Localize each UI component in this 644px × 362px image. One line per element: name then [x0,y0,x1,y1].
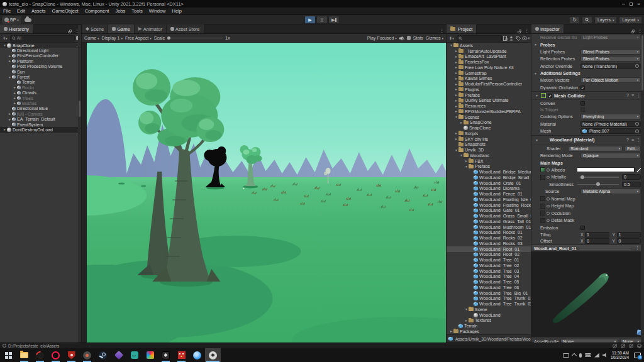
chevron-right-icon[interactable]: ► [454,77,458,80]
inspector-additional-settings[interactable]: ▼Additional Settings [531,70,644,77]
hidden-packages-toggle[interactable]: 4 [522,36,530,40]
network-icon[interactable] [594,353,599,358]
lock-icon[interactable] [518,31,521,33]
project-item-rpgmonsterbuddiespbrpa[interactable]: ►RPGMonsterBuddiesPBRPA [447,109,531,114]
project-item-woodland-tree-04[interactable]: WoodLand_Tree_04 [447,274,531,280]
project-item-woodland-floating-isle-01[interactable]: WoodLand_Floating_Isle_01 [447,197,531,202]
inspector-light-probes-dropdown[interactable]: Blend Probes▾ [580,49,641,55]
hierarchy-search-input[interactable]: All [10,35,75,41]
inspector-receive-global-illu-dropdown[interactable]: Light Probes▾ [580,35,641,40]
inspector-offset-y-field[interactable]: 0 [617,238,641,244]
pause-button[interactable] [316,16,328,24]
project-item-woodland-tree-trunk-01[interactable]: WoodLand_Tree_Trunk_01 [447,296,531,302]
kebab-menu-icon[interactable]: ⋮ [636,28,644,33]
project-item-woodland-tree-trunk-02[interactable]: WoodLand_Tree_Trunk_02 [447,301,531,307]
project-item-scripts[interactable]: ►Scripts [447,131,531,136]
chevron-down-icon[interactable]: ▼ [464,165,469,168]
project-search-input[interactable] [457,35,502,41]
taskbar-teal-app[interactable] [126,348,142,362]
taskbar-blue-app[interactable] [189,348,205,362]
chevron-right-icon[interactable]: ► [454,93,458,97]
object-picker-icon[interactable] [635,122,639,126]
menu-gameobject[interactable]: GameObject [49,8,82,14]
project-item-woodland[interactable]: ▼Woodland [447,153,531,158]
inspector-tiling-x-field[interactable]: 1 [585,232,609,238]
chevron-down-icon[interactable]: ▼ [464,307,469,311]
tab-project[interactable]: Project [447,25,477,33]
inspector-metallic-value-field[interactable]: 0 [622,174,641,180]
hierarchy-item-forest[interactable]: ▼Forest [0,74,81,79]
maximize-icon[interactable] [630,3,633,6]
project-item-woodland-tree-03[interactable]: WoodLand_Tree_03 [447,268,531,274]
chevron-right-icon[interactable]: ► [8,118,12,121]
menu-jobs[interactable]: Jobs [112,8,128,14]
project-item-woodland-mushroom-01[interactable]: WoodLand_Mushroom_01 [447,224,531,230]
project-item-woodland-bridge-small-01[interactable]: WoodLand_Bridge_Small_01 [447,175,531,180]
checkbox[interactable]: ✓ [580,85,585,90]
tag-icon[interactable] [516,36,521,41]
preset-icon[interactable]: ≡ [631,138,634,143]
project-item-woodland-floating-rocks-0[interactable]: WoodLand_Floating_Rocks_0 [447,202,531,208]
chevron-right-icon[interactable]: ► [454,104,458,108]
chevron-down-icon[interactable]: ▼ [459,153,464,157]
inspector-cooking-options-dropdown[interactable]: Everything▾ [580,114,641,119]
inspector-material-object-field[interactable]: None (Physic Material) [580,121,641,127]
chevron-right-icon[interactable]: ► [454,60,458,64]
chevron-right-icon[interactable]: ► [449,329,453,333]
hierarchy-item-firstpersoncontroller[interactable]: ►FirstPersonController [0,53,81,58]
inspector-motion-vectors-dropdown[interactable]: Per Object Motion▾ [580,77,641,83]
texture-slot[interactable] [540,196,545,201]
mute-audio-icon[interactable] [399,36,404,41]
chevron-right-icon[interactable]: ► [13,96,17,100]
chevron-down-icon[interactable]: ▼ [3,43,7,47]
chevron-down-icon[interactable]: ▼ [8,75,12,79]
project-item-prefabs[interactable]: ►Prefabs [447,92,531,98]
drag-handle[interactable] [579,247,631,250]
texture-picker-icon[interactable] [547,205,550,208]
texture-picker-icon[interactable] [547,176,550,179]
hierarchy-item-trees[interactable]: ►Trees [0,96,81,101]
project-item-woodland-diorama[interactable]: WoodLand_Diorama [447,186,531,192]
volume-icon[interactable] [602,353,608,358]
inspector-woodland-material-component[interactable]: ▼Woodland (Material)?≡⋮ [531,135,644,145]
menu-component[interactable]: Component [82,8,113,14]
taskbar-design-app[interactable] [142,348,158,362]
texture-picker-icon[interactable] [547,197,550,200]
tab-animator[interactable]: Animator [135,25,167,33]
hierarchy-item-dontdestroyonload[interactable]: ►DontDestroyOnLoad⋮ [0,127,81,132]
status-ok-icon[interactable] [637,344,641,348]
tab-asset-store[interactable]: Asset Store [167,25,204,33]
texture-slot[interactable] [540,211,545,216]
project-item-woodland[interactable]: WoodLand [447,312,531,318]
project-item-woodland-root-01[interactable]: WoodLand_Root_01 [447,246,531,252]
hierarchy-item-eventsystem[interactable]: EventSystem [0,122,81,127]
chevron-down-icon[interactable]: ▼ [454,115,458,119]
display-dropdown[interactable]: Display 1▾ [102,36,123,40]
project-item-woodland-grass-small-01[interactable]: WoodLand_Grass_Small_01 [447,213,531,219]
project-item-sky-city-lite[interactable]: ►SKY city lite [447,136,531,142]
search-by-type-icon[interactable] [503,36,508,41]
taskbar-file-explorer[interactable] [16,348,32,362]
chevron-right-icon[interactable]: ► [3,128,7,131]
chevron-right-icon[interactable]: ► [13,85,17,89]
status-icon[interactable] [621,344,625,348]
close-icon[interactable]: × [637,3,640,6]
project-item-woodland-tree-05[interactable]: WoodLand_Tree_05 [447,279,531,285]
hierarchy-item-clowds[interactable]: ►Clowds [0,90,81,96]
chevron-right-icon[interactable]: ► [8,59,12,63]
tab-game[interactable]: Game [108,25,134,33]
object-picker-icon[interactable] [635,129,639,133]
texture-picker-icon[interactable] [547,168,550,172]
add-asset-button[interactable]: +▾ [448,35,455,41]
hierarchy-item-directional-blue[interactable]: Directional Blue [0,106,81,111]
inspector-tiling-y-field[interactable]: 1 [617,232,641,238]
texture-slot[interactable] [540,204,545,209]
help-icon[interactable]: ? [626,138,629,143]
search-button[interactable] [582,16,592,24]
project-item-woodland-root-02[interactable]: WoodLand_Root_02 [447,252,531,258]
asset-preview[interactable] [531,251,644,337]
lock-icon[interactable] [631,31,634,33]
texture-picker-icon[interactable] [547,212,550,215]
menu-help[interactable]: Help [169,8,184,14]
search-by-label-icon[interactable] [509,36,514,41]
